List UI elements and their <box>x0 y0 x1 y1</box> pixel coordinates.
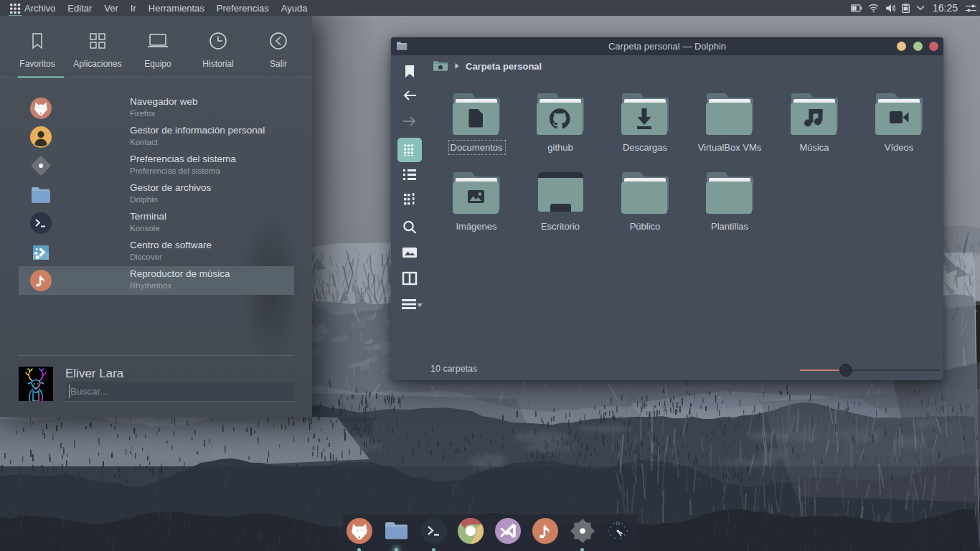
svg-text:12: 12 <box>616 521 620 525</box>
